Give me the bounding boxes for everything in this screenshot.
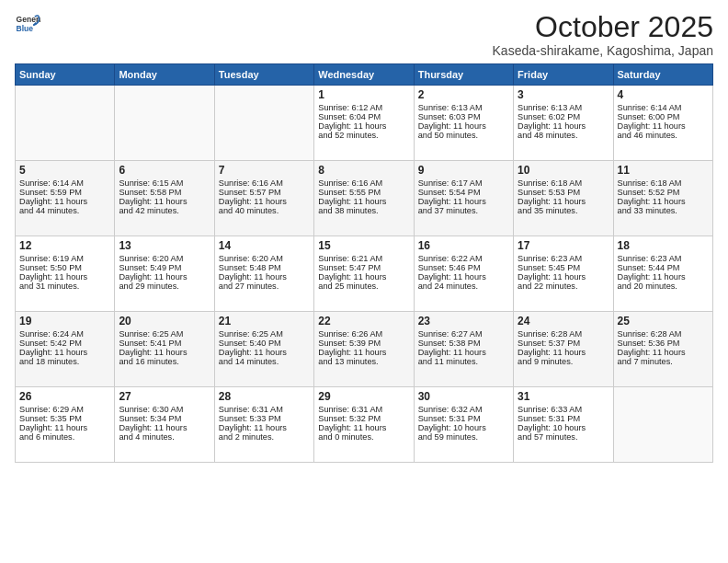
day-info-line: Sunrise: 6:33 AM bbox=[518, 405, 609, 414]
day-info-line: Sunrise: 6:24 AM bbox=[19, 329, 110, 339]
day-info-line: and 48 minutes. bbox=[518, 131, 609, 140]
day-info-line: Daylight: 11 hours bbox=[219, 272, 310, 282]
day-info-line: Sunrise: 6:25 AM bbox=[119, 329, 210, 339]
day-number: 1 bbox=[318, 88, 409, 101]
month-title: October 2025 bbox=[493, 11, 713, 43]
day-number: 13 bbox=[119, 239, 210, 252]
day-info-line: and 22 minutes. bbox=[518, 282, 609, 291]
day-info-line: and 16 minutes. bbox=[119, 357, 210, 366]
weekday-header-row: SundayMondayTuesdayWednesdayThursdayFrid… bbox=[16, 64, 713, 86]
day-info-line: Sunrise: 6:27 AM bbox=[418, 329, 509, 339]
day-info-line: Sunset: 5:39 PM bbox=[318, 339, 409, 348]
day-info-line: and 2 minutes. bbox=[219, 432, 310, 442]
day-info-line: Daylight: 11 hours bbox=[19, 348, 110, 357]
calendar-week-row: 1Sunrise: 6:12 AMSunset: 6:04 PMDaylight… bbox=[16, 86, 713, 161]
day-info-line: Sunrise: 6:16 AM bbox=[318, 178, 409, 188]
day-number: 16 bbox=[418, 239, 509, 252]
day-info-line: Sunrise: 6:31 AM bbox=[219, 405, 310, 414]
day-number: 26 bbox=[19, 390, 110, 403]
day-info-line: and 7 minutes. bbox=[618, 357, 709, 366]
day-info-line: and 13 minutes. bbox=[318, 357, 409, 366]
day-number: 23 bbox=[418, 315, 509, 327]
day-info-line: Sunset: 5:54 PM bbox=[418, 188, 509, 197]
calendar-table: SundayMondayTuesdayWednesdayThursdayFrid… bbox=[15, 63, 713, 463]
calendar-cell: 29Sunrise: 6:31 AMSunset: 5:32 PMDayligh… bbox=[314, 387, 414, 463]
day-info-line: Daylight: 11 hours bbox=[518, 197, 609, 206]
day-info-line: and 46 minutes. bbox=[618, 131, 709, 140]
day-number: 14 bbox=[219, 239, 310, 252]
day-info-line: and 40 minutes. bbox=[219, 206, 310, 215]
day-info-line: and 50 minutes. bbox=[418, 131, 509, 140]
day-info-line: Daylight: 11 hours bbox=[418, 348, 509, 357]
day-info-line: and 42 minutes. bbox=[119, 206, 210, 215]
day-info-line: and 44 minutes. bbox=[19, 206, 110, 215]
day-info-line: and 33 minutes. bbox=[618, 206, 709, 215]
day-info-line: and 59 minutes. bbox=[418, 432, 509, 442]
calendar-cell: 17Sunrise: 6:23 AMSunset: 5:45 PMDayligh… bbox=[514, 236, 613, 312]
day-info-line: Sunrise: 6:26 AM bbox=[318, 329, 409, 339]
day-info-line: Daylight: 11 hours bbox=[219, 197, 310, 206]
day-info-line: and 35 minutes. bbox=[518, 206, 609, 215]
day-info-line: Sunset: 5:34 PM bbox=[119, 414, 210, 423]
day-info-line: Sunset: 5:57 PM bbox=[219, 188, 310, 197]
day-info-line: Daylight: 11 hours bbox=[119, 348, 210, 357]
day-number: 31 bbox=[518, 390, 609, 403]
day-number: 27 bbox=[119, 390, 210, 403]
day-info-line: Sunrise: 6:25 AM bbox=[219, 329, 310, 339]
day-info-line: and 37 minutes. bbox=[418, 206, 509, 215]
day-info-line: Daylight: 11 hours bbox=[418, 197, 509, 206]
day-info-line: Daylight: 11 hours bbox=[318, 121, 409, 131]
day-info-line: Daylight: 11 hours bbox=[119, 197, 210, 206]
calendar-cell: 6Sunrise: 6:15 AMSunset: 5:58 PMDaylight… bbox=[115, 161, 214, 236]
calendar-cell: 27Sunrise: 6:30 AMSunset: 5:34 PMDayligh… bbox=[115, 387, 214, 463]
day-info-line: Sunset: 5:41 PM bbox=[119, 339, 210, 348]
day-info-line: Sunrise: 6:32 AM bbox=[418, 405, 509, 414]
day-info-line: Sunrise: 6:12 AM bbox=[318, 103, 409, 112]
calendar-cell bbox=[613, 387, 712, 463]
day-info-line: Sunset: 5:31 PM bbox=[518, 414, 609, 423]
day-info-line: Daylight: 10 hours bbox=[418, 423, 509, 432]
day-number: 19 bbox=[19, 315, 110, 327]
day-info-line: Daylight: 11 hours bbox=[219, 348, 310, 357]
day-info-line: Sunrise: 6:18 AM bbox=[618, 178, 709, 188]
day-info-line: Sunrise: 6:16 AM bbox=[219, 178, 310, 188]
day-number: 12 bbox=[19, 239, 110, 252]
day-info-line: and 29 minutes. bbox=[119, 282, 210, 291]
day-info-line: and 27 minutes. bbox=[219, 282, 310, 291]
day-info-line: and 24 minutes. bbox=[418, 282, 509, 291]
day-info-line: Sunset: 5:32 PM bbox=[318, 414, 409, 423]
header: General Blue October 2025 Kaseda-shiraka… bbox=[15, 11, 713, 58]
calendar-cell: 7Sunrise: 6:16 AMSunset: 5:57 PMDaylight… bbox=[214, 161, 313, 236]
day-info-line: Sunrise: 6:23 AM bbox=[518, 254, 609, 263]
calendar-cell: 13Sunrise: 6:20 AMSunset: 5:49 PMDayligh… bbox=[115, 236, 214, 312]
day-info-line: Sunrise: 6:14 AM bbox=[618, 103, 709, 112]
day-number: 21 bbox=[219, 315, 310, 327]
calendar-cell bbox=[16, 86, 115, 161]
day-info-line: Daylight: 11 hours bbox=[119, 272, 210, 282]
calendar-cell: 22Sunrise: 6:26 AMSunset: 5:39 PMDayligh… bbox=[314, 312, 414, 387]
day-number: 30 bbox=[418, 390, 509, 403]
weekday-header: Tuesday bbox=[214, 64, 313, 86]
weekday-header: Thursday bbox=[414, 64, 513, 86]
day-number: 17 bbox=[518, 239, 609, 252]
day-number: 18 bbox=[618, 239, 709, 252]
weekday-header: Friday bbox=[514, 64, 613, 86]
day-info-line: Sunset: 5:37 PM bbox=[518, 339, 609, 348]
weekday-header: Wednesday bbox=[314, 64, 414, 86]
day-info-line: Daylight: 10 hours bbox=[518, 423, 609, 432]
day-number: 8 bbox=[318, 164, 409, 177]
day-number: 2 bbox=[418, 88, 509, 101]
day-info-line: Daylight: 11 hours bbox=[518, 348, 609, 357]
day-info-line: and 31 minutes. bbox=[19, 282, 110, 291]
day-info-line: Daylight: 11 hours bbox=[219, 423, 310, 432]
day-info-line: Sunrise: 6:15 AM bbox=[119, 178, 210, 188]
day-info-line: and 57 minutes. bbox=[518, 432, 609, 442]
day-info-line: Sunset: 5:58 PM bbox=[119, 188, 210, 197]
calendar-cell: 11Sunrise: 6:18 AMSunset: 5:52 PMDayligh… bbox=[613, 161, 712, 236]
day-number: 10 bbox=[518, 164, 609, 177]
day-info-line: Daylight: 11 hours bbox=[19, 423, 110, 432]
day-info-line: Sunset: 5:35 PM bbox=[19, 414, 110, 423]
day-info-line: Daylight: 11 hours bbox=[618, 272, 709, 282]
day-info-line: Sunrise: 6:30 AM bbox=[119, 405, 210, 414]
svg-text:Blue: Blue bbox=[17, 24, 34, 33]
